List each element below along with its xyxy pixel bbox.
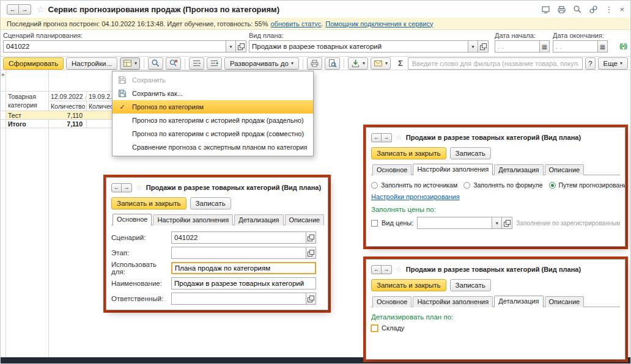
date-end-calendar-button[interactable]: ▦ — [597, 40, 608, 53]
plan-kind-input[interactable] — [249, 40, 468, 53]
date-start-calendar-button[interactable]: ▦ — [539, 40, 550, 53]
plan-kind-open-button[interactable] — [478, 40, 489, 53]
column-header-qty1[interactable]: Количество — [49, 102, 86, 111]
collapse-groups-button[interactable] — [189, 57, 204, 70]
tab-description[interactable]: Описание — [545, 296, 585, 307]
menu-item-forecast-history-separate[interactable]: Прогноз по категориям с историей продаж … — [113, 114, 313, 127]
menu-item-forecast-by-categories[interactable]: ✓ Прогноз по категориям — [113, 100, 313, 114]
search-page-button[interactable] — [573, 5, 582, 14]
price-kind-checkbox[interactable] — [371, 220, 378, 227]
scenario-input[interactable] — [171, 231, 306, 244]
cancel-search-button[interactable] — [166, 57, 181, 70]
forward-button[interactable]: → — [382, 265, 392, 274]
close-button[interactable]: × — [619, 5, 624, 14]
tab-description[interactable]: Описание — [545, 164, 585, 175]
tab-fill-settings[interactable]: Настройки заполнения — [153, 214, 233, 225]
save-button[interactable]: Записать — [450, 279, 491, 291]
price-kind-input[interactable] — [417, 217, 492, 229]
refresh-status-link[interactable]: обновить статус — [270, 20, 321, 27]
sum-indicator: Σ — [398, 59, 403, 68]
save-button[interactable]: Записать — [190, 197, 231, 209]
tab-detail[interactable]: Детализация — [494, 296, 543, 307]
favorite-star-icon[interactable]: ☆ — [396, 133, 402, 142]
favorite-star-icon[interactable]: ☆ — [396, 265, 402, 274]
radio-by-forecasting[interactable]: Путем прогнозирования — [549, 181, 625, 189]
forward-button[interactable]: → — [382, 133, 392, 142]
plan-kind-dropdown-button[interactable]: ▾ — [468, 40, 478, 53]
page-title: Сервис прогнозирования продаж (Прогноз п… — [48, 5, 280, 14]
filter-input[interactable] — [408, 57, 583, 70]
favorite-star-icon[interactable]: ☆ — [37, 4, 45, 14]
tab-fill-settings[interactable]: Настройки заполнения — [413, 164, 493, 175]
favorite-star-icon[interactable]: ☆ — [136, 183, 142, 192]
print-preview-button[interactable] — [325, 57, 340, 70]
back-button[interactable]: ← — [111, 183, 122, 192]
cell-category[interactable]: Тест — [6, 111, 48, 120]
back-button[interactable]: ← — [7, 4, 19, 15]
back-button[interactable]: ← — [371, 265, 382, 274]
scenario-dropdown-button[interactable]: ▾ — [226, 40, 236, 53]
menu-item-save-as[interactable]: Сохранить как... — [113, 87, 313, 100]
scenario-open-button[interactable] — [306, 231, 316, 244]
service-assistant-link[interactable]: Помощник подключения к сервису — [325, 20, 433, 27]
dialog-header: ← → ☆ Продажи в разрезе товарных категор… — [111, 181, 323, 194]
forecast-settings-link[interactable]: Настройки прогнозирования — [371, 193, 460, 200]
plan-dialog-detail: ← → ☆ Продажи в разрезе товарных категор… — [366, 259, 625, 360]
forward-button[interactable]: → — [19, 4, 31, 15]
stage-open-button[interactable] — [306, 247, 316, 259]
radio-fill-by-formula[interactable]: Заполнять по формуле — [463, 181, 542, 189]
menu-item-forecast-history-combined[interactable]: Прогноз по категориям с историей продаж … — [113, 127, 313, 140]
save-close-button[interactable]: Записать и закрыть — [371, 147, 446, 159]
generate-button[interactable]: Сформировать — [3, 57, 64, 70]
price-kind-open-button[interactable] — [502, 217, 512, 229]
save-button[interactable]: Записать — [450, 147, 491, 159]
save-file-button[interactable]: ▾ — [348, 57, 368, 70]
stage-input[interactable] — [171, 247, 306, 259]
scenario-open-button[interactable] — [236, 40, 246, 53]
tab-detail[interactable]: Детализация — [234, 214, 283, 225]
cell-category-total[interactable]: Итого — [6, 120, 48, 128]
responsible-open-button[interactable] — [306, 293, 316, 305]
settings-button[interactable]: Настройки... — [66, 57, 117, 70]
name-input[interactable] — [171, 277, 316, 289]
back-button[interactable]: ← — [371, 133, 382, 142]
responsible-input[interactable] — [171, 293, 306, 305]
tab-main[interactable]: Основное — [372, 164, 411, 175]
save-view-button[interactable] — [541, 5, 550, 14]
report-variants-button[interactable]: ▾ — [120, 57, 140, 70]
more-button[interactable]: Еще ▾ — [598, 57, 628, 70]
tab-main[interactable]: Основное — [372, 296, 411, 307]
warehouse-checkbox[interactable] — [371, 325, 378, 332]
radio-fill-by-sources[interactable]: Заполнять по источникам — [371, 181, 457, 189]
send-email-button[interactable]: ▾ — [371, 57, 391, 70]
scenario-input[interactable] — [3, 40, 226, 53]
forward-button[interactable]: → — [122, 183, 132, 192]
save-close-button[interactable]: Записать и закрыть — [371, 279, 446, 291]
expand-groups-button[interactable] — [207, 57, 222, 70]
get-link-button[interactable] — [589, 5, 598, 14]
column-header-date1[interactable]: 12.09.2022↓ — [49, 92, 86, 101]
expand-to-button[interactable]: Разворачивать до ▾ — [224, 57, 299, 70]
tab-fill-settings[interactable]: Настройки заполнения — [413, 296, 493, 307]
tab-main[interactable]: Основное — [113, 214, 152, 225]
date-start-input[interactable] — [495, 40, 539, 53]
more-actions-button[interactable]: ⋮ — [605, 5, 613, 14]
help-button[interactable]: ? — [585, 57, 595, 70]
menu-item-compare-expert-plan[interactable]: Сравнение прогноза с экспертным планом п… — [113, 140, 313, 154]
tab-description[interactable]: Описание — [285, 214, 325, 225]
column-header-category[interactable]: Товарная категория — [6, 92, 48, 109]
use-for-input[interactable] — [171, 262, 316, 274]
print-button[interactable] — [307, 57, 322, 70]
cell-qty[interactable]: 7,110 — [49, 111, 84, 120]
price-kind-dropdown-button[interactable]: ▾ — [492, 217, 502, 229]
radio-selected-icon — [549, 182, 556, 189]
discussions-button[interactable]: ((•)) — [619, 43, 627, 49]
expand-columns-toggle[interactable]: + — [1, 71, 5, 78]
dialog-buttons: Записать и закрыть Записать — [111, 197, 323, 209]
print-page-button[interactable] — [557, 5, 566, 14]
find-button[interactable] — [148, 57, 163, 70]
cell-qty-total[interactable]: 7,110 — [49, 120, 84, 128]
tab-detail[interactable]: Детализация — [494, 164, 543, 175]
save-close-button[interactable]: Записать и закрыть — [111, 197, 186, 209]
date-end-input[interactable] — [553, 40, 597, 53]
